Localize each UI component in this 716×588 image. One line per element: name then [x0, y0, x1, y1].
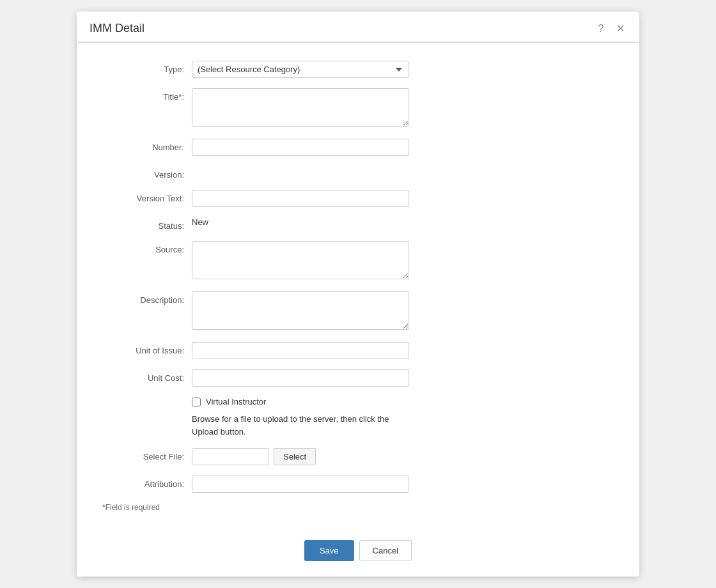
select-file-controls: Select [192, 448, 316, 465]
description-input[interactable] [192, 291, 409, 330]
number-input-wrap [192, 139, 409, 156]
imm-detail-modal: IMM Detail ? ✕ Type: (Select Resource Ca… [77, 12, 639, 576]
type-select-wrap: (Select Resource Category) [192, 61, 409, 78]
attribution-input[interactable] [192, 476, 409, 493]
description-row: Description: [102, 291, 614, 332]
select-file-input[interactable] [192, 448, 268, 465]
title-row: Title*: [102, 88, 614, 128]
unit-of-issue-input[interactable] [192, 342, 409, 359]
unit-cost-row: Unit Cost: [102, 369, 614, 387]
status-value-wrap: New [192, 217, 409, 227]
version-label: Version: [102, 166, 192, 180]
type-label: Type: [102, 61, 192, 74]
virtual-instructor-row: Virtual Instructor [192, 397, 614, 406]
version-text-input-wrap [192, 190, 409, 207]
attribution-row: Attribution: [102, 476, 614, 493]
unit-of-issue-label: Unit of Issue: [102, 342, 192, 355]
unit-of-issue-row: Unit of Issue: [102, 342, 614, 359]
version-text-input[interactable] [192, 190, 409, 207]
upload-note: Browse for a file to upload to the serve… [192, 413, 409, 438]
modal-footer: Save Cancel [77, 534, 639, 576]
unit-of-issue-input-wrap [192, 342, 409, 359]
virtual-instructor-label: Virtual Instructor [206, 397, 266, 406]
select-file-button[interactable]: Select [274, 448, 316, 465]
unit-cost-label: Unit Cost: [102, 369, 192, 383]
select-file-label: Select File: [102, 448, 192, 461]
type-row: Type: (Select Resource Category) [102, 61, 614, 78]
modal-title: IMM Detail [90, 22, 144, 35]
title-input-wrap [192, 88, 409, 128]
unit-cost-input-wrap [192, 369, 409, 387]
title-label: Title*: [102, 88, 192, 102]
modal-body: Type: (Select Resource Category) Title*:… [77, 45, 639, 534]
description-input-wrap [192, 291, 409, 332]
description-label: Description: [102, 291, 192, 305]
version-text-label: Version Text: [102, 190, 192, 203]
virtual-instructor-checkbox[interactable] [192, 398, 201, 406]
header-divider [77, 42, 639, 43]
number-row: Number: [102, 139, 614, 156]
number-input[interactable] [192, 139, 409, 156]
header-icons: ? ✕ [595, 22, 626, 35]
source-input-wrap [192, 241, 409, 281]
help-icon[interactable]: ? [595, 22, 607, 35]
source-label: Source: [102, 241, 192, 254]
version-text-row: Version Text: [102, 190, 614, 207]
title-input[interactable] [192, 88, 409, 127]
required-note: *Field is required [102, 503, 614, 512]
cancel-button[interactable]: Cancel [359, 540, 412, 561]
status-label: Status: [102, 217, 192, 231]
attribution-label: Attribution: [102, 476, 192, 489]
modal-header: IMM Detail ? ✕ [77, 12, 639, 42]
version-row: Version: [102, 166, 614, 180]
status-row: Status: New [102, 217, 614, 231]
close-icon[interactable]: ✕ [614, 22, 626, 35]
type-select[interactable]: (Select Resource Category) [192, 61, 409, 78]
source-row: Source: [102, 241, 614, 281]
number-label: Number: [102, 139, 192, 152]
save-button[interactable]: Save [304, 540, 354, 561]
attribution-input-wrap [192, 476, 409, 493]
source-input[interactable] [192, 241, 409, 279]
select-file-row: Select File: Select [102, 448, 614, 465]
status-value: New [192, 213, 208, 227]
unit-cost-input[interactable] [192, 369, 409, 387]
